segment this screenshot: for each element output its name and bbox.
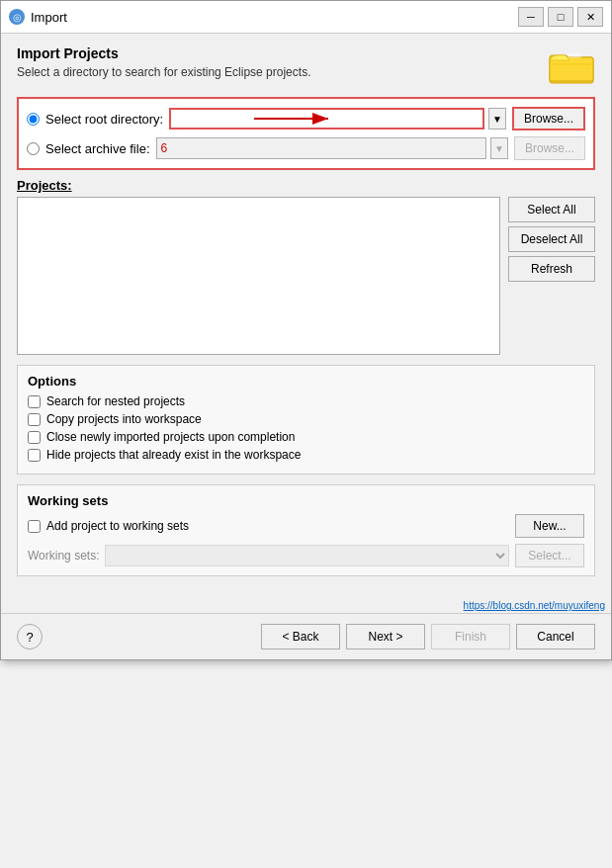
directory-section: Select root directory: ▼ Browse... [17,97,595,170]
root-directory-label[interactable]: Select root directory: [45,112,163,127]
close-imported-checkbox[interactable] [28,431,41,444]
import-projects-title: Import Projects [17,45,310,61]
projects-buttons: Select All Deselect All Refresh [508,197,595,355]
archive-file-row: Select archive file: ▼ Browse... [27,136,585,160]
option-close-row: Close newly imported projects upon compl… [28,430,584,444]
archive-file-input [156,137,486,159]
working-sets-input-row: Working sets: Select... [28,544,584,567]
bottom-buttons: < Back Next > Finish Cancel [261,624,595,650]
title-bar-left: ◎ Import [9,9,67,25]
root-input-group: ▼ [169,108,506,130]
svg-rect-2 [550,57,593,81]
dialog-content: Import Projects Select a directory to se… [1,34,611,598]
import-projects-subtitle: Select a directory to search for existin… [17,65,310,79]
working-sets-title: Working sets [28,493,584,508]
copy-projects-checkbox[interactable] [28,413,41,426]
cancel-button[interactable]: Cancel [516,624,595,650]
options-title: Options [28,374,584,389]
nested-projects-label[interactable]: Search for nested projects [46,394,185,408]
projects-area: Select All Deselect All Refresh [17,197,595,355]
hide-existing-label[interactable]: Hide projects that already exist in the … [46,448,301,462]
archive-dropdown: ▼ [490,137,508,159]
minimize-button[interactable]: ─ [518,7,544,27]
refresh-button[interactable]: Refresh [508,256,595,282]
archive-file-label[interactable]: Select archive file: [45,141,150,156]
copy-projects-label[interactable]: Copy projects into workspace [46,412,202,426]
working-sets-label: Working sets: [28,549,99,563]
svg-rect-3 [568,53,581,58]
deselect-all-button[interactable]: Deselect All [508,226,595,252]
nested-projects-checkbox[interactable] [28,395,41,408]
root-directory-dropdown[interactable]: ▼ [488,108,506,130]
root-directory-row: Select root directory: ▼ Browse... [27,107,585,130]
close-button[interactable]: ✕ [577,7,603,27]
back-button[interactable]: < Back [261,624,340,650]
maximize-button[interactable]: □ [548,7,573,27]
add-to-working-sets-row: Add project to working sets New... [28,514,584,538]
header-section: Import Projects Select a directory to se… [17,45,595,85]
finish-button: Finish [431,624,510,650]
working-sets-dropdown [105,545,509,566]
working-sets-section: Working sets Add project to working sets… [17,484,595,576]
header-text: Import Projects Select a directory to se… [17,45,310,79]
svg-rect-4 [552,63,591,65]
hide-existing-checkbox[interactable] [28,449,41,462]
window-title: Import [31,10,67,25]
folder-icon [548,45,595,85]
next-button[interactable]: Next > [346,624,425,650]
close-imported-label[interactable]: Close newly imported projects upon compl… [46,430,295,444]
option-hide-row: Hide projects that already exist in the … [28,448,584,462]
option-copy-row: Copy projects into workspace [28,412,584,426]
select-all-button[interactable]: Select All [508,197,595,222]
projects-section: Projects: Select All Deselect All Refres… [17,178,595,355]
window-icon: ◎ [9,9,25,25]
option-nested-row: Search for nested projects [28,394,584,408]
new-working-set-button[interactable]: New... [515,514,584,538]
import-dialog: ◎ Import ─ □ ✕ Import Projects Select a … [0,0,612,660]
bottom-bar: ? < Back Next > Finish Cancel [1,613,611,659]
help-button[interactable]: ? [17,624,43,650]
select-working-set-button: Select... [515,544,584,567]
root-browse-button[interactable]: Browse... [512,107,585,130]
projects-list[interactable] [17,197,500,355]
watermark: https://blog.csdn.net/muyuxifeng [1,598,611,613]
root-directory-input[interactable] [169,108,484,130]
projects-label: Projects: [17,178,595,193]
archive-file-radio[interactable] [27,142,40,155]
title-bar: ◎ Import ─ □ ✕ [1,1,611,34]
archive-input-group: ▼ [156,137,508,159]
title-controls: ─ □ ✕ [518,7,603,27]
root-directory-radio[interactable] [27,113,40,126]
bottom-left: ? [17,624,43,650]
archive-browse-button: Browse... [514,136,585,160]
add-to-working-sets-checkbox[interactable] [28,520,41,533]
add-to-working-sets-label[interactable]: Add project to working sets [46,519,189,533]
options-section: Options Search for nested projects Copy … [17,365,595,475]
